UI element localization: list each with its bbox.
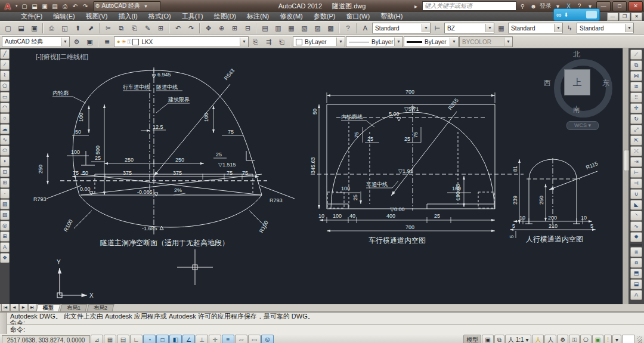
doc-restore-button[interactable]: ❐	[619, 13, 630, 21]
text-to-front-icon[interactable]: A	[630, 290, 642, 300]
annotation-scale-button[interactable]: 人 1:1 ▾	[505, 335, 532, 343]
sign-in-link[interactable]: 登录	[540, 2, 552, 10]
dynamic-input-toggle[interactable]: ✛	[209, 335, 221, 343]
tab-layout2[interactable]: 布局2	[87, 304, 114, 311]
menu-item-2[interactable]: 视图(V)	[80, 12, 113, 21]
break-icon[interactable]: ⊣	[630, 178, 642, 189]
selection-cycling-toggle[interactable]: ⧀	[261, 335, 274, 343]
save-icon[interactable]: ▣	[28, 23, 41, 34]
point-icon[interactable]: ·	[0, 189, 10, 199]
gradient-icon[interactable]: ▧	[0, 210, 10, 220]
object-snap-toggle[interactable]: □	[156, 335, 169, 343]
viewcube-west-label[interactable]: 西	[544, 78, 551, 88]
open-icon[interactable]: ⬓	[30, 2, 40, 11]
copy-clip-icon[interactable]: ⧉	[115, 23, 128, 34]
viewcube[interactable]: 北 西 上 东 南	[544, 50, 609, 119]
zoom-previous-icon[interactable]: ⊟	[242, 23, 254, 34]
snap-mode-toggle[interactable]: ▦	[104, 335, 116, 343]
copy-icon[interactable]: ⧉	[630, 60, 642, 70]
autocad-logo-icon[interactable]: A	[0, 0, 16, 12]
send-to-back-icon[interactable]: ⧇	[630, 258, 642, 268]
tab-layout1[interactable]: 布局1	[60, 304, 88, 311]
model-space-button[interactable]: 模型	[463, 335, 481, 343]
help-icon[interactable]: ?	[342, 23, 354, 34]
open-icon[interactable]: ⬓	[15, 23, 27, 34]
a360-option-cell[interactable]	[586, 11, 597, 18]
blend-curves-icon[interactable]: ∿	[630, 221, 642, 231]
tab-model[interactable]: 模型	[36, 304, 61, 311]
table-style-combo[interactable]: Standard ▼	[508, 23, 563, 33]
hardware-acceleration-icon[interactable]: ⎔	[580, 335, 592, 343]
grid-display-toggle[interactable]: ▤	[117, 335, 129, 343]
tray-bulb-icon[interactable]: !	[604, 335, 612, 343]
properties-icon[interactable]: ▤	[259, 23, 271, 34]
menu-item-6[interactable]: 绘图(D)	[209, 12, 242, 21]
bring-to-front-icon[interactable]: ⧈	[630, 247, 642, 257]
workspace-switch-gear-icon[interactable]: ⚙	[557, 335, 568, 343]
line-icon[interactable]: ╱	[0, 49, 10, 59]
new-icon[interactable]: ▢	[20, 2, 30, 11]
bring-above-icon[interactable]: ⬒	[630, 268, 642, 279]
color-combo[interactable]: ByLayer ▼	[293, 36, 345, 47]
search-icon[interactable]: ⚲	[518, 3, 527, 10]
rotate-icon[interactable]: ↻	[630, 114, 642, 124]
trim-icon[interactable]: ⤬	[630, 146, 642, 156]
auto-annotation-icon[interactable]: 人	[544, 335, 556, 343]
viewcube-south-label[interactable]: 南	[544, 104, 609, 115]
coordinates-readout[interactable]: 2517.0638, 303.8274, 0.0000	[2, 335, 90, 343]
extend-icon[interactable]: ⇥	[630, 157, 642, 167]
cut-icon[interactable]: ✂	[102, 23, 114, 34]
paste-icon[interactable]: ⎗	[128, 23, 141, 34]
create-block-icon[interactable]: ⊞	[0, 178, 10, 188]
region-icon[interactable]: ◎	[0, 221, 10, 231]
ellipse-icon[interactable]: ⬭	[0, 146, 10, 156]
tab-last-icon[interactable]: ▶|	[28, 304, 36, 311]
layer-lock-icon[interactable]: ⚿	[128, 39, 132, 45]
viewcube-top-face[interactable]: 上	[564, 69, 590, 95]
redo-icon[interactable]: ↷	[185, 23, 197, 34]
text-style-combo[interactable]: Standard ▼	[372, 23, 431, 33]
workspace-switcher[interactable]: ⚙ AutoCAD 经典 ▼	[93, 1, 161, 11]
user-icon[interactable]: ☻	[529, 3, 538, 10]
pan-icon[interactable]: ✥	[202, 23, 215, 34]
table-icon[interactable]: ⊞	[0, 231, 10, 242]
tray-a360-icon[interactable]: ▣	[592, 335, 603, 343]
quick-properties-toggle[interactable]: ▭	[248, 335, 261, 343]
command-input[interactable]: 命令:	[7, 325, 644, 334]
design-center-icon[interactable]: ▥	[272, 23, 284, 34]
offset-icon[interactable]: ≋	[630, 82, 642, 92]
my-workspace-icon[interactable]: ▣	[83, 36, 96, 48]
quick-calc-icon[interactable]: ▩	[324, 23, 337, 34]
layer-match-icon[interactable]: ⇶	[262, 36, 275, 48]
transparency-toggle[interactable]: ▱	[235, 335, 247, 343]
doc-close-button[interactable]: ✕	[631, 13, 642, 21]
dynamic-ucs-toggle[interactable]: ⊥	[196, 335, 208, 343]
arc-icon[interactable]: ◠	[0, 103, 10, 113]
dimension-style-icon[interactable]: ⊢	[431, 23, 444, 34]
zoom-window-icon[interactable]: ⊞	[228, 23, 241, 34]
break-at-point-icon[interactable]: ⊢	[630, 168, 642, 178]
lineweight-combo[interactable]: ByLayer ▼	[404, 36, 459, 47]
match-properties-icon[interactable]: ✎	[141, 23, 154, 34]
rectangle-icon[interactable]: ▭	[0, 92, 10, 102]
undo-icon[interactable]: ↶	[70, 2, 80, 11]
command-window-grip[interactable]	[0, 313, 7, 334]
scrollbar-thumb[interactable]	[624, 150, 629, 171]
polar-tracking-toggle[interactable]: ◔	[143, 335, 156, 343]
undo-icon[interactable]: ↶	[172, 23, 184, 34]
construction-line-icon[interactable]: ⁄	[0, 60, 10, 70]
zoom-realtime-icon[interactable]: ⊕	[215, 23, 228, 34]
menu-item-9[interactable]: 参数(P)	[308, 12, 341, 21]
dimension-style-combo[interactable]: BZ ▼	[444, 23, 494, 33]
block-editor-icon[interactable]: ⊞	[154, 23, 167, 34]
erase-icon[interactable]: ⟋	[630, 50, 642, 60]
workspace-combo[interactable]: AutoCAD 经典 ▼	[2, 36, 70, 47]
menu-item-7[interactable]: 标注(N)	[242, 12, 274, 21]
plot-icon[interactable]: ⎙	[60, 2, 70, 11]
workspace-settings-icon[interactable]: ⚙	[70, 36, 83, 48]
multileader-style-icon[interactable]: ↳	[564, 23, 576, 34]
multiline-text-icon[interactable]: A	[0, 242, 10, 252]
save-as-icon[interactable]: ▤	[50, 2, 60, 11]
viewcube-north-label[interactable]: 北	[544, 50, 609, 60]
model-space-canvas[interactable]: [-][俯视][二维线框]	[10, 48, 623, 304]
